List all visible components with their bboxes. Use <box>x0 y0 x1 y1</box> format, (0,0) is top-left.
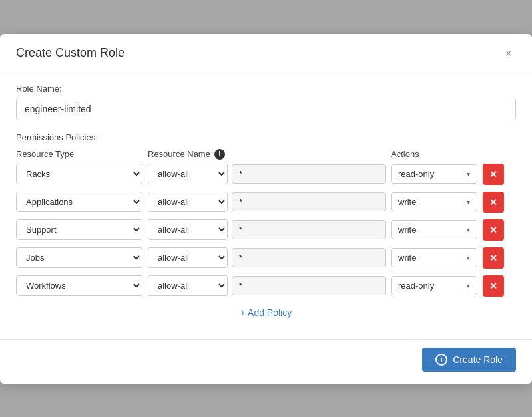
resource-name-filter-select-1[interactable]: allow-all specific <box>148 164 228 184</box>
modal-header: Create Custom Role × <box>0 34 532 70</box>
delete-button-1[interactable]: ✕ <box>483 164 504 185</box>
modal-footer: + Create Role <box>0 339 532 384</box>
permissions-policies-label: Permissions Policies: <box>16 132 516 142</box>
create-role-button[interactable]: + Create Role <box>422 348 516 372</box>
role-name-label: Role Name: <box>16 84 516 94</box>
resource-name-input-5[interactable] <box>232 276 386 295</box>
table-row: Racks Applications Support Jobs Workflow… <box>16 164 516 185</box>
resource-name-info-icon[interactable]: i <box>214 149 225 160</box>
table-row: Racks Applications Support Jobs Workflow… <box>16 247 516 269</box>
delete-button-2[interactable]: ✕ <box>483 192 504 213</box>
table-row: Racks Applications Support Jobs Workflow… <box>16 192 516 213</box>
table-row: Racks Applications Support Jobs Workflow… <box>16 219 516 241</box>
resource-type-select-3[interactable]: Racks Applications Support Jobs Workflow… <box>16 219 142 240</box>
resource-name-filter-select-2[interactable]: allow-all specific <box>148 192 228 212</box>
chevron-down-icon: ▾ <box>467 254 470 261</box>
resource-name-input-3[interactable] <box>232 220 386 239</box>
role-name-input[interactable] <box>16 98 516 120</box>
resource-name-cell-1: allow-all specific <box>148 164 386 184</box>
resource-type-select-4[interactable]: Racks Applications Support Jobs Workflow… <box>16 247 142 268</box>
chevron-down-icon: ▾ <box>467 170 470 178</box>
modal-title: Create Custom Role <box>16 46 125 60</box>
action-button-1[interactable]: read-only ▾ <box>391 164 477 184</box>
chevron-down-icon: ▾ <box>467 226 470 233</box>
resource-name-input-4[interactable] <box>232 248 386 267</box>
chevron-down-icon: ▾ <box>467 282 470 289</box>
resource-name-cell-3: allow-all specific <box>148 219 386 240</box>
create-custom-role-modal: Create Custom Role × Role Name: Permissi… <box>0 34 532 384</box>
modal-body: Role Name: Permissions Policies: Resourc… <box>0 70 532 337</box>
close-button[interactable]: × <box>501 46 516 61</box>
add-policy-row: + Add Policy <box>16 307 516 318</box>
action-button-5[interactable]: read-only ▾ <box>391 276 477 295</box>
col-actions: Actions <box>391 149 477 159</box>
col-resource-name: Resource Name i <box>148 149 386 160</box>
table-header: Resource Type Resource Name i Actions <box>16 149 516 164</box>
resource-name-input-2[interactable] <box>232 192 386 211</box>
resource-type-select-5[interactable]: Racks Applications Support Jobs Workflow… <box>16 275 142 296</box>
resource-name-cell-2: allow-all specific <box>148 192 386 212</box>
resource-type-select-1[interactable]: Racks Applications Support Jobs Workflow… <box>16 164 142 184</box>
resource-type-select-2[interactable]: Racks Applications Support Jobs Workflow… <box>16 192 142 212</box>
col-resource-type: Resource Type <box>16 149 142 159</box>
resource-name-filter-select-4[interactable]: allow-all specific <box>148 247 228 268</box>
resource-name-cell-5: allow-all specific <box>148 275 386 296</box>
chevron-down-icon: ▾ <box>467 198 470 206</box>
action-button-4[interactable]: write ▾ <box>391 248 477 267</box>
add-policy-button[interactable]: + Add Policy <box>240 307 292 318</box>
modal-overlay: Create Custom Role × Role Name: Permissi… <box>0 0 532 417</box>
action-button-3[interactable]: write ▾ <box>391 220 477 239</box>
resource-name-filter-select-5[interactable]: allow-all specific <box>148 275 228 296</box>
resource-name-input-1[interactable] <box>232 164 386 184</box>
table-row: Racks Applications Support Jobs Workflow… <box>16 275 516 297</box>
delete-button-5[interactable]: ✕ <box>483 275 504 297</box>
action-button-2[interactable]: write ▾ <box>391 192 477 211</box>
plus-circle-icon: + <box>435 354 447 366</box>
delete-button-4[interactable]: ✕ <box>483 247 504 269</box>
resource-name-cell-4: allow-all specific <box>148 247 386 268</box>
delete-button-3[interactable]: ✕ <box>483 219 504 241</box>
resource-name-filter-select-3[interactable]: allow-all specific <box>148 219 228 240</box>
